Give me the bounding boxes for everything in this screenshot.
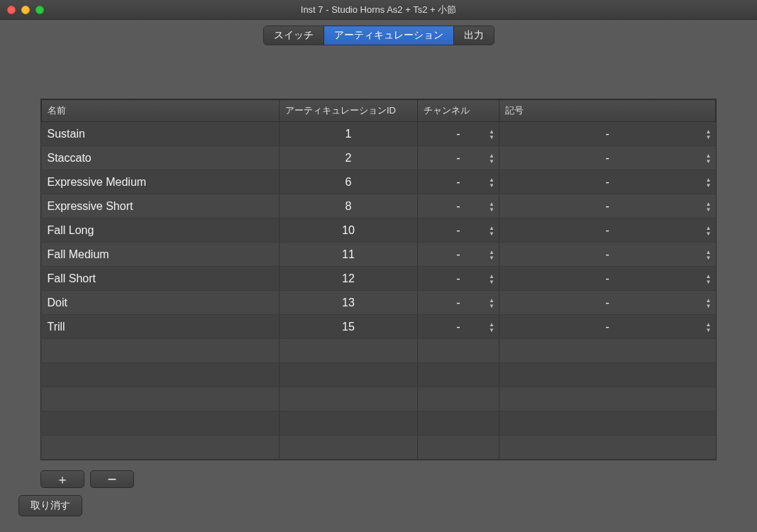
tab-switch[interactable]: スイッチ — [264, 26, 324, 45]
cell-symbol[interactable]: -▲▼ — [499, 315, 716, 339]
stepper-icon[interactable]: ▲▼ — [489, 153, 494, 163]
col-name[interactable]: 名前 — [42, 100, 280, 122]
stepper-icon[interactable]: ▲▼ — [489, 273, 494, 284]
stepper-icon[interactable]: ▲▼ — [706, 153, 712, 163]
cell-channel[interactable]: -▲▼ — [418, 218, 499, 243]
col-channel[interactable]: チャンネル — [418, 100, 499, 122]
cell-symbol[interactable]: -▲▼ — [499, 170, 716, 194]
cell-id[interactable]: 12 — [280, 267, 418, 291]
stepper-icon[interactable]: ▲▼ — [489, 321, 494, 332]
cell-id[interactable]: 6 — [280, 170, 418, 194]
cell-id[interactable]: 1 — [280, 122, 418, 146]
revert-button[interactable]: 取り消す — [18, 495, 82, 516]
stepper-icon[interactable]: ▲▼ — [706, 321, 712, 332]
table-row[interactable]: Staccato2-▲▼-▲▼ — [42, 146, 716, 170]
stepper-icon[interactable]: ▲▼ — [706, 128, 712, 139]
table-row[interactable]: Fall Long10-▲▼-▲▼ — [42, 218, 716, 243]
stepper-icon[interactable]: ▲▼ — [489, 297, 494, 308]
stepper-icon[interactable]: ▲▼ — [489, 201, 494, 211]
add-button[interactable]: ＋ — [40, 470, 84, 488]
cell-name[interactable]: Expressive Short — [42, 194, 280, 218]
cell-symbol[interactable]: -▲▼ — [499, 146, 716, 170]
cell-channel[interactable]: -▲▼ — [418, 243, 499, 267]
cell-name[interactable]: Sustain — [42, 122, 280, 146]
cell-id[interactable]: 15 — [280, 315, 418, 339]
table-row[interactable]: Sustain1-▲▼-▲▼ — [42, 122, 716, 146]
traffic-lights — [7, 6, 44, 14]
col-id[interactable]: アーティキュレーションID — [280, 100, 418, 122]
cell-name[interactable]: Trill — [42, 315, 280, 339]
cell-name[interactable]: Fall Medium — [42, 243, 280, 267]
table-row-empty — [42, 411, 716, 436]
cell-name[interactable]: Fall Short — [42, 267, 280, 291]
stepper-icon[interactable]: ▲▼ — [489, 128, 494, 139]
cell-channel[interactable]: -▲▼ — [418, 267, 499, 291]
cell-name[interactable]: Expressive Medium — [42, 170, 280, 194]
stepper-icon[interactable]: ▲▼ — [489, 177, 494, 187]
stepper-icon[interactable]: ▲▼ — [706, 249, 712, 260]
cell-id[interactable]: 11 — [280, 243, 418, 267]
cell-channel[interactable]: -▲▼ — [418, 146, 499, 170]
table-row[interactable]: Doit13-▲▼-▲▼ — [42, 291, 716, 315]
col-symbol[interactable]: 記号 — [499, 100, 716, 122]
cell-id[interactable]: 8 — [280, 194, 418, 218]
table-row[interactable]: Trill15-▲▼-▲▼ — [42, 315, 716, 339]
cell-symbol[interactable]: -▲▼ — [499, 122, 716, 146]
tab-row: スイッチ アーティキュレーション 出力 — [0, 20, 757, 60]
cell-symbol[interactable]: -▲▼ — [499, 218, 716, 243]
stepper-icon[interactable]: ▲▼ — [489, 225, 494, 235]
table-row-empty — [42, 339, 716, 363]
stepper-icon[interactable]: ▲▼ — [489, 249, 494, 260]
table-row[interactable]: Expressive Short8-▲▼-▲▼ — [42, 194, 716, 218]
table-row[interactable]: Fall Medium11-▲▼-▲▼ — [42, 243, 716, 267]
cell-name[interactable]: Doit — [42, 291, 280, 315]
table-row[interactable]: Fall Short12-▲▼-▲▼ — [42, 267, 716, 291]
cell-symbol[interactable]: -▲▼ — [499, 267, 716, 291]
cell-symbol[interactable]: -▲▼ — [499, 243, 716, 267]
stepper-icon[interactable]: ▲▼ — [706, 201, 712, 211]
stepper-icon[interactable]: ▲▼ — [706, 273, 712, 284]
cell-id[interactable]: 10 — [280, 218, 418, 243]
body: スイッチ アーティキュレーション 出力 名前 アーティキュレーションID チャン… — [0, 20, 757, 532]
close-icon[interactable] — [7, 6, 16, 14]
table-row[interactable]: Expressive Medium6-▲▼-▲▼ — [42, 170, 716, 194]
tab-articulation[interactable]: アーティキュレーション — [324, 26, 454, 45]
cell-channel[interactable]: -▲▼ — [418, 122, 499, 146]
cell-channel[interactable]: -▲▼ — [418, 170, 499, 194]
cell-name[interactable]: Staccato — [42, 146, 280, 170]
table-row-empty — [42, 436, 716, 460]
tab-output[interactable]: 出力 — [454, 26, 494, 45]
titlebar: Inst 7 - Studio Horns As2 + Ts2 + 小節 — [0, 0, 757, 20]
cell-symbol[interactable]: -▲▼ — [499, 291, 716, 315]
cell-channel[interactable]: -▲▼ — [418, 291, 499, 315]
stepper-icon[interactable]: ▲▼ — [706, 225, 712, 235]
articulation-table: 名前 アーティキュレーションID チャンネル 記号 Sustain1-▲▼-▲▼… — [40, 99, 717, 460]
stepper-icon[interactable]: ▲▼ — [706, 177, 712, 187]
minimize-icon[interactable] — [21, 6, 30, 14]
cell-channel[interactable]: -▲▼ — [418, 315, 499, 339]
add-remove-row: ＋ − — [40, 470, 717, 488]
remove-button[interactable]: − — [90, 470, 134, 488]
stepper-icon[interactable]: ▲▼ — [706, 297, 712, 308]
cell-name[interactable]: Fall Long — [42, 218, 280, 243]
cell-id[interactable]: 13 — [280, 291, 418, 315]
cell-id[interactable]: 2 — [280, 146, 418, 170]
zoom-icon[interactable] — [35, 6, 44, 14]
cell-symbol[interactable]: -▲▼ — [499, 194, 716, 218]
tab-control: スイッチ アーティキュレーション 出力 — [263, 26, 494, 45]
cell-channel[interactable]: -▲▼ — [418, 194, 499, 218]
window-title: Inst 7 - Studio Horns As2 + Ts2 + 小節 — [0, 4, 757, 16]
table-row-empty — [42, 363, 716, 387]
table-row-empty — [42, 387, 716, 411]
